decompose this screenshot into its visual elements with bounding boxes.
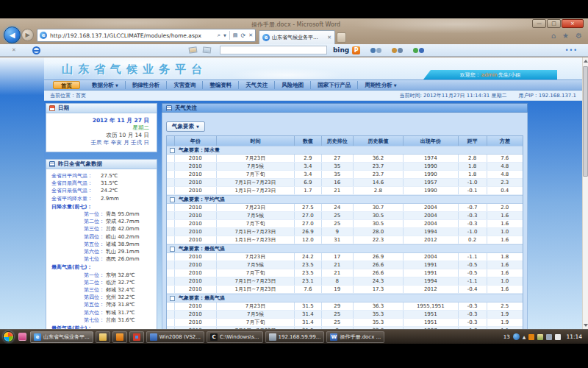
close-button[interactable]: × — [562, 19, 584, 28]
maximize-button[interactable]: □ — [547, 19, 561, 28]
table-row[interactable]: 20107月下旬31.42535.31951-0.31.9 — [167, 319, 523, 327]
close-toolbar-icon[interactable]: ✕ — [12, 47, 16, 53]
people-icon[interactable] — [413, 48, 424, 53]
home-icon[interactable]: ⌂ — [551, 32, 556, 40]
taskbar-button[interactable] — [129, 331, 144, 343]
nav-item-8[interactable]: 周期性分析▼ — [357, 81, 403, 89]
checkbox[interactable] — [170, 296, 175, 301]
new-tab-button[interactable] — [337, 32, 346, 43]
toolbar-p-icon[interactable]: P — [352, 46, 360, 54]
checkbox[interactable] — [170, 197, 175, 202]
checkbox[interactable] — [170, 148, 175, 153]
table-row[interactable]: 20101月1日~7月23日12.03122.320120.21.6 — [167, 236, 523, 244]
tray-app-icon[interactable] — [528, 334, 534, 340]
forward-button[interactable]: ▶ — [21, 29, 34, 41]
clock[interactable]: 11:14 — [566, 333, 582, 340]
favorites-star-icon[interactable]: ★ — [562, 32, 569, 40]
table-row[interactable]: 20107月23日24.21726.92004-1.11.8 — [167, 253, 523, 261]
chevron-down-icon[interactable]: ▼ — [223, 33, 226, 38]
taskbar-button[interactable]: e山东省气候业务平... — [30, 331, 93, 343]
table-cell: 30.5 — [354, 220, 404, 227]
table-row[interactable]: 20107月下旬23.52126.61991-0.51.6 — [167, 269, 523, 277]
table-group-header[interactable]: 气象要素：降水量 — [167, 146, 523, 155]
addon-logo-icon[interactable] — [32, 46, 40, 54]
address-bar[interactable]: e http://192.168.137.1/GLCCLIMATE/module… — [37, 29, 256, 42]
browser-tab[interactable]: e 山东省气候业务平... ✕ — [259, 30, 335, 44]
table-row[interactable]: 20101月1日~7月23日7.61917.32012-0.41.6 — [167, 286, 523, 294]
volume-icon[interactable] — [555, 334, 561, 340]
nav-item-0[interactable]: 首页 — [53, 81, 80, 89]
share-icon[interactable] — [392, 48, 403, 53]
overflow-menu-icon[interactable]: ••• — [565, 47, 578, 54]
nav-item-4[interactable]: 整编资料 — [202, 81, 238, 89]
nav-item-2[interactable]: 韵律性分析 — [125, 81, 167, 89]
table-row[interactable]: 20101月1日~7月23日1.7212.81990-0.10.4 — [167, 187, 523, 195]
element-filter-button[interactable]: 气象要素 ▼ — [166, 121, 205, 132]
table-cell: 27.5 — [295, 204, 321, 211]
minimize-button[interactable]: — — [532, 19, 546, 28]
tray-globe-icon[interactable] — [513, 333, 520, 340]
stop-icon[interactable]: ✕ — [248, 32, 253, 38]
scroll-down-icon[interactable] — [584, 324, 588, 327]
tab-title[interactable]: 山东省气候业务平... — [272, 34, 325, 41]
column-header[interactable]: 历史排位 — [322, 136, 354, 146]
column-header[interactable] — [167, 136, 175, 146]
vertical-scrollbar[interactable] — [582, 57, 588, 329]
taskbar-button[interactable]: CC:\Windows\s... — [207, 331, 263, 343]
stamp-icon[interactable] — [188, 46, 197, 53]
show-hidden-icons-icon[interactable]: ▲ — [523, 334, 526, 339]
taskbar-button[interactable] — [112, 331, 127, 343]
envelope-icon[interactable] — [202, 46, 211, 53]
taskbar-button[interactable]: W操作手册.docx ... — [326, 331, 384, 343]
table-cell: 1月1日~7月23日 — [217, 286, 295, 293]
table-row[interactable]: 20107月23日31.52936.31955,1951-0.32.5 — [167, 302, 523, 311]
network-icon[interactable] — [546, 334, 552, 340]
taskbar-button[interactable]: Win2008 (VS2... — [146, 331, 204, 343]
nav-item-3[interactable]: 灾害查询 — [166, 81, 202, 89]
table-row[interactable]: 20107月1日~7月23日23.1824.31994-1.11.0 — [167, 277, 523, 286]
refresh-icon[interactable]: ⟳ — [240, 32, 245, 39]
table-row[interactable]: 20107月5候27.02530.52004-0.31.6 — [167, 212, 523, 220]
settings-gear-icon[interactable]: ⚙ — [576, 32, 582, 40]
table-row[interactable]: 20107月5候23.52126.61991-0.51.6 — [167, 261, 523, 269]
table-group-header[interactable]: 气象要素：最低气温 — [167, 244, 523, 253]
table-row[interactable]: 20107月1日~7月23日26.9928.01994-1.01.0 — [167, 228, 523, 236]
table-cell: -0.1 — [459, 187, 487, 194]
column-header[interactable]: 历史极值 — [354, 136, 404, 146]
tab-close-icon[interactable]: ✕ — [327, 35, 331, 40]
start-button[interactable] — [3, 331, 14, 342]
table-row[interactable]: 20107月1日~7月23日6.91614.61957-1.02.3 — [167, 179, 523, 187]
taskbar-button[interactable] — [96, 331, 110, 343]
nav-item-6[interactable]: 风险地图 — [274, 81, 310, 89]
nav-item-7[interactable]: 国家下行产品 — [310, 81, 357, 89]
nav-item-1[interactable]: 数据分析▼ — [85, 81, 125, 89]
table-row[interactable]: 20107月23日27.52430.72004-0.72.0 — [167, 204, 523, 212]
search-icon[interactable]: ⌕ — [217, 32, 220, 39]
column-header[interactable]: 方差 — [487, 136, 523, 146]
camera-icon[interactable] — [370, 48, 381, 53]
url-text[interactable]: http://192.168.137.1/GLCCLIMATE/modules/… — [50, 32, 217, 39]
column-header[interactable]: 出现年份 — [404, 136, 459, 146]
compatibility-icon[interactable]: ▤ — [233, 32, 238, 38]
table-row[interactable]: 20107月下旬27.02530.52004-0.31.6 — [167, 220, 523, 228]
column-header[interactable]: 年份 — [175, 136, 217, 146]
checkbox[interactable] — [170, 247, 175, 252]
column-header[interactable]: 数值 — [295, 136, 321, 146]
action-center-flag-icon[interactable] — [537, 334, 543, 340]
toolbar-search-input[interactable] — [220, 46, 327, 54]
scrollbar-thumb[interactable] — [583, 66, 588, 177]
scroll-up-icon[interactable] — [584, 60, 588, 63]
bing-logo[interactable]: bing — [333, 46, 349, 54]
table-row[interactable]: 20107月5候3.43523.719901.84.8 — [167, 163, 523, 171]
table-row[interactable]: 20107月下旬3.43523.719901.84.8 — [167, 171, 523, 179]
column-header[interactable]: 时间 — [217, 136, 295, 146]
table-group-header[interactable]: 气象要素：平均气温 — [167, 195, 523, 204]
nav-item-5[interactable]: 天气关注 — [238, 81, 274, 89]
pinned-app-icon[interactable] — [18, 333, 26, 341]
back-button[interactable]: ◀ — [4, 26, 21, 43]
table-group-header[interactable]: 气象要素：最高气温 — [167, 294, 523, 302]
table-row[interactable]: 20107月5候31.42535.31951-0.31.9 — [167, 311, 523, 319]
column-header[interactable]: 距平 — [459, 136, 487, 146]
taskbar-button[interactable]: 192.168.59.99... — [265, 331, 325, 343]
table-row[interactable]: 20107月23日2.92736.219742.87.6 — [167, 155, 523, 163]
